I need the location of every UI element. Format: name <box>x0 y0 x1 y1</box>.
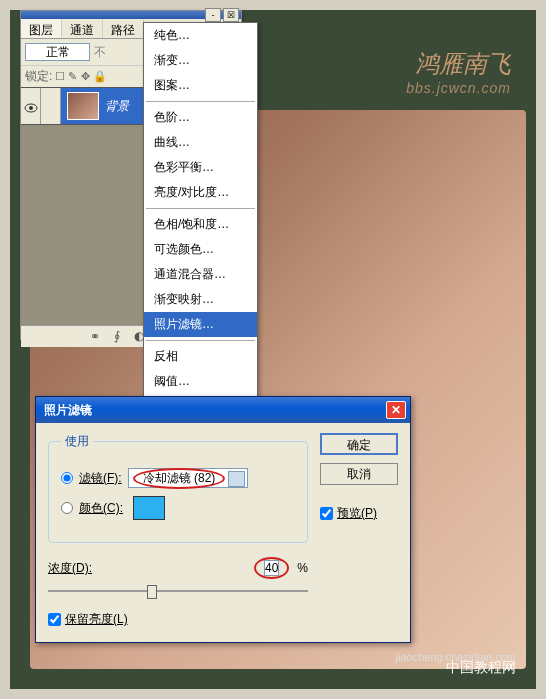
layer-link-cell[interactable] <box>41 88 61 124</box>
menu-color-balance[interactable]: 色彩平衡… <box>144 155 257 180</box>
preserve-luminosity-checkbox[interactable] <box>48 613 61 626</box>
watermark-url: bbs.jcwcn.com <box>406 80 511 96</box>
close-icon[interactable]: ✕ <box>386 401 406 419</box>
photo-filter-dialog: 照片滤镜 ✕ 使用 滤镜(F): 冷却滤镜 (82) 颜色(C): <box>35 396 411 643</box>
dialog-titlebar[interactable]: 照片滤镜 ✕ <box>36 397 410 423</box>
lock-label: 锁定: <box>25 69 52 83</box>
visibility-eye-icon[interactable] <box>21 88 41 124</box>
tab-channels[interactable]: 通道 <box>62 19 103 38</box>
layer-name[interactable]: 背景 <box>105 98 129 115</box>
color-swatch[interactable] <box>133 496 165 520</box>
density-unit: % <box>297 561 308 575</box>
cancel-button[interactable]: 取消 <box>320 463 398 485</box>
filter-radio[interactable] <box>61 472 73 484</box>
adjustment-menu: 纯色… 渐变… 图案… 色阶… 曲线… 色彩平衡… 亮度/对比度… 色相/饱和度… <box>143 22 258 420</box>
watermark-signature: 鸿雁南飞 <box>415 48 511 80</box>
opacity-label: 不 <box>94 44 106 61</box>
menu-gradient[interactable]: 渐变… <box>144 48 257 73</box>
tab-layers[interactable]: 图层 <box>21 19 62 38</box>
link-icon[interactable]: ⚭ <box>87 329 103 345</box>
menu-selective-color[interactable]: 可选颜色… <box>144 237 257 262</box>
menu-gradient-map[interactable]: 渐变映射… <box>144 287 257 312</box>
layers-titlebar[interactable]: - ☒ <box>21 11 241 19</box>
layer-thumbnail[interactable] <box>67 92 99 120</box>
menu-solid-color[interactable]: 纯色… <box>144 23 257 48</box>
blend-mode-select[interactable]: 正常 <box>25 43 90 61</box>
menu-hue-saturation[interactable]: 色相/饱和度… <box>144 212 257 237</box>
filter-label: 滤镜(F): <box>79 470 122 487</box>
menu-invert[interactable]: 反相 <box>144 344 257 369</box>
watermark-site: 中国教程网 <box>446 659 516 677</box>
menu-levels[interactable]: 色阶… <box>144 105 257 130</box>
density-input[interactable]: 40 <box>264 560 279 576</box>
ok-button[interactable]: 确定 <box>320 433 398 455</box>
menu-photo-filter[interactable]: 照片滤镜… <box>144 312 257 337</box>
menu-channel-mixer[interactable]: 通道混合器… <box>144 262 257 287</box>
filter-value: 冷却滤镜 (82) <box>133 468 226 489</box>
preview-checkbox[interactable] <box>320 507 333 520</box>
color-label: 颜色(C): <box>79 500 123 517</box>
use-legend: 使用 <box>61 433 93 450</box>
menu-threshold[interactable]: 阈值… <box>144 369 257 394</box>
svg-point-1 <box>29 106 33 110</box>
density-slider[interactable] <box>48 583 308 599</box>
fx-icon[interactable]: ∮ <box>109 329 125 345</box>
density-label: 浓度(D): <box>48 560 92 577</box>
filter-select[interactable]: 冷却滤镜 (82) <box>128 468 248 488</box>
preserve-label: 保留亮度(L) <box>65 611 128 628</box>
menu-brightness-contrast[interactable]: 亮度/对比度… <box>144 180 257 205</box>
menu-curves[interactable]: 曲线… <box>144 130 257 155</box>
menu-pattern[interactable]: 图案… <box>144 73 257 98</box>
color-radio[interactable] <box>61 502 73 514</box>
dialog-title: 照片滤镜 <box>40 402 386 419</box>
preview-label: 预览(P) <box>337 505 377 522</box>
tab-paths[interactable]: 路径 <box>103 19 144 38</box>
slider-thumb[interactable] <box>147 585 157 599</box>
